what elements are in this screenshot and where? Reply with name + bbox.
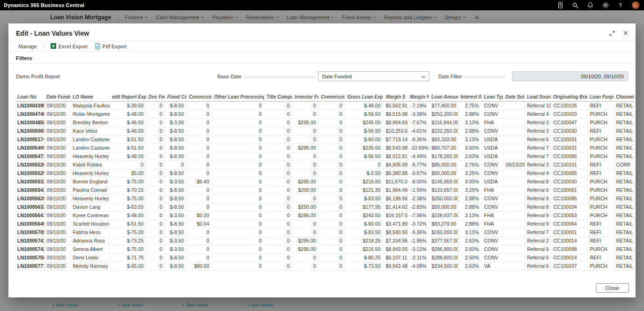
cell-lo_name[interactable]: Malaysia Faulkner bbox=[70, 101, 110, 110]
cell-lo_name[interactable]: Davion Lang bbox=[70, 203, 110, 211]
cell-commissions[interactable]: 0 bbox=[318, 203, 345, 211]
cell-date_sold[interactable] bbox=[503, 152, 525, 160]
cell-doc_fees[interactable]: 0 bbox=[146, 236, 165, 245]
cell-doc_fees[interactable]: 0 bbox=[146, 152, 165, 160]
cell-loan_no[interactable]: LN100047485 bbox=[15, 110, 44, 118]
cell-interest_rate[interactable]: 2.75% bbox=[458, 160, 481, 169]
cell-other_loan_processing_costs[interactable]: 0 bbox=[212, 186, 264, 194]
table-row[interactable]: LN10005628109/10/20Heavenly Hurley$-75.0… bbox=[15, 194, 634, 203]
column-header-date_sold[interactable]: Date Sold bbox=[503, 92, 525, 101]
cell-other_loan_processing_costs[interactable]: 0 bbox=[212, 253, 264, 262]
cell-credit_report_expense[interactable]: $-48.00 bbox=[110, 152, 146, 160]
cell-interest_rate[interactable]: 3.00% bbox=[458, 144, 481, 152]
table-row[interactable]: LN10005069909/10/20Kace Velez$-48.000$-8… bbox=[15, 127, 634, 135]
cell-loan_no[interactable]: LN100055269 bbox=[15, 160, 44, 169]
cell-date_sold[interactable] bbox=[503, 253, 525, 262]
cell-loan_type[interactable]: FHA bbox=[481, 186, 503, 194]
cell-loan_type[interactable]: CONV bbox=[481, 160, 503, 169]
cell-margin_dollar[interactable]: $8,012.81 bbox=[383, 152, 407, 160]
cell-channel[interactable]: RETAIL bbox=[614, 135, 634, 144]
cell-date_sold[interactable] bbox=[503, 236, 525, 245]
cell-investor_fee[interactable]: 0 bbox=[292, 194, 318, 203]
cell-lead_source[interactable]: Referral 7 bbox=[525, 228, 551, 236]
table-row[interactable]: LN10005532609/10/20Bonnie England$-75.00… bbox=[15, 177, 634, 186]
cell-commissions[interactable]: 0 bbox=[318, 110, 345, 118]
close-icon[interactable]: × bbox=[623, 29, 628, 37]
cell-loan_amount[interactable]: $50,000.00 bbox=[429, 203, 458, 211]
cell-loan_purpose[interactable]: PURCH bbox=[587, 194, 614, 203]
cell-loan_amount[interactable]: $234,500.00 bbox=[429, 262, 458, 270]
cell-concessions[interactable]: 0 bbox=[186, 118, 212, 127]
cell-date_funded[interactable]: 09/10/20 bbox=[44, 160, 70, 169]
cell-lead_source[interactable]: Referral 4 bbox=[525, 169, 551, 177]
table-row[interactable]: LN10005705409/10/20Fatima Hess$-75.000$-… bbox=[15, 228, 634, 236]
cell-gross_loan_expense[interactable]: $-60.00 bbox=[345, 220, 383, 228]
help-icon[interactable]: ? bbox=[617, 2, 624, 9]
cell-concessions[interactable]: $80.00 bbox=[186, 262, 212, 270]
cell-title_company[interactable]: 0 bbox=[264, 110, 292, 118]
table-row[interactable]: LN10005632009/10/20Davion Lang$-63.550$-… bbox=[15, 203, 634, 211]
cell-gross_loan_expense[interactable]: $121.35 bbox=[345, 186, 383, 194]
cell-loan_purpose[interactable]: REFI bbox=[587, 101, 614, 110]
cell-gross_loan_expense[interactable]: $-73.50 bbox=[345, 262, 383, 270]
column-header-doc_fees[interactable]: Doc Fees bbox=[146, 92, 165, 101]
cell-margin_pct[interactable]: -4.49% bbox=[407, 152, 429, 160]
table-row[interactable]: LN10005526909/10/20Kaleb Robles000000000… bbox=[15, 160, 634, 169]
cell-lead_source[interactable]: Referral 10 bbox=[525, 101, 551, 110]
cell-credit_report_expense[interactable]: 0 bbox=[110, 160, 146, 169]
cell-lead_source[interactable]: Referral 3 bbox=[525, 118, 551, 127]
cell-loan_purpose[interactable]: PURCH bbox=[587, 262, 614, 270]
cell-originating_branch[interactable]: CC100105 bbox=[551, 101, 587, 110]
cell-flood_cert[interactable]: $-3.50 bbox=[165, 177, 186, 186]
cell-gross_loan_expense[interactable]: $-3.50 bbox=[345, 169, 383, 177]
column-header-margin_pct[interactable]: Margin % bbox=[407, 92, 429, 101]
cell-originating_branch[interactable]: CC100014 bbox=[551, 253, 587, 262]
cell-loan_no[interactable]: LN100056419 bbox=[15, 211, 44, 220]
cell-credit_report_expense[interactable]: $-48.00 bbox=[110, 211, 146, 220]
cell-channel[interactable]: RETAIL bbox=[614, 152, 634, 160]
cell-margin_pct[interactable]: -5.77% bbox=[407, 160, 429, 169]
cell-investor_fee[interactable]: 0 bbox=[292, 152, 318, 160]
cell-date_sold[interactable] bbox=[503, 169, 525, 177]
cell-lead_source[interactable]: Referral 8 bbox=[525, 177, 551, 186]
cell-concessions[interactable]: 0 bbox=[186, 228, 212, 236]
cell-lo_name[interactable]: Robin Montgomery bbox=[70, 110, 110, 118]
cell-interest_rate[interactable]: 2.50% bbox=[458, 253, 481, 262]
cell-originating_branch[interactable]: CC100001 bbox=[551, 228, 587, 236]
cell-doc_fees[interactable]: 0 bbox=[146, 262, 165, 270]
cell-concessions[interactable]: 0 bbox=[186, 203, 212, 211]
cell-loan_amount[interactable]: $66,000.00 bbox=[429, 169, 458, 177]
cell-channel[interactable]: RETAIL bbox=[614, 186, 634, 194]
cell-date_funded[interactable]: 09/10/20 bbox=[44, 127, 70, 135]
cell-loan_amount[interactable]: $80,707.00 bbox=[429, 144, 458, 152]
cell-loan_purpose[interactable]: REFI bbox=[587, 169, 614, 177]
column-header-lead_source[interactable]: Lead Source bbox=[525, 92, 551, 101]
cell-originating_branch[interactable]: CC100034 bbox=[551, 203, 587, 211]
cell-margin_pct[interactable]: -7.06% bbox=[407, 211, 429, 220]
cell-interest_rate[interactable]: 3.13% bbox=[458, 118, 481, 127]
cell-loan_type[interactable]: VA bbox=[481, 262, 503, 270]
cell-originating_branch[interactable]: CC100064 bbox=[551, 220, 587, 228]
cell-commissions[interactable]: 0 bbox=[318, 253, 345, 262]
cell-doc_fees[interactable]: 0 bbox=[146, 245, 165, 253]
cell-date_sold[interactable] bbox=[503, 228, 525, 236]
cell-title_company[interactable]: 0 bbox=[264, 253, 292, 262]
cell-concessions[interactable]: $0.04 bbox=[186, 220, 212, 228]
cell-lo_name[interactable]: Landon Castaneda bbox=[70, 135, 110, 144]
cell-investor_fee[interactable]: 0 bbox=[292, 220, 318, 228]
cell-loan_purpose[interactable]: PURCH bbox=[587, 110, 614, 118]
cell-interest_rate[interactable]: 2.88% bbox=[458, 203, 481, 211]
cell-doc_fees[interactable]: 0 bbox=[146, 177, 165, 186]
cell-loan_type[interactable]: CONV bbox=[481, 169, 503, 177]
cell-flood_cert[interactable]: $-8.50 bbox=[165, 194, 186, 203]
cell-gross_loan_expense[interactable]: 0 bbox=[345, 160, 383, 169]
cell-date_funded[interactable]: 09/10/20 bbox=[44, 135, 70, 144]
cell-investor_fee[interactable]: $200.00 bbox=[292, 186, 318, 194]
cell-commissions[interactable]: 0 bbox=[318, 152, 345, 160]
cell-channel[interactable]: RETAIL bbox=[614, 228, 634, 236]
notifications-icon[interactable] bbox=[587, 2, 594, 9]
cell-concessions[interactable]: 0 bbox=[186, 245, 212, 253]
cell-investor_fee[interactable]: $295.00 bbox=[292, 245, 318, 253]
cell-originating_branch[interactable]: CC100020 bbox=[551, 110, 587, 118]
cell-date_sold[interactable]: 09/23/20 bbox=[503, 160, 525, 169]
